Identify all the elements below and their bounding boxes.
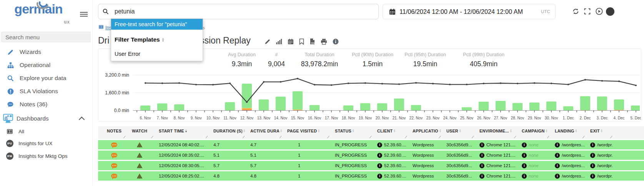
sidebar-item-notes-36[interactable]: Notes (36) — [0, 98, 92, 111]
info-circle-icon[interactable]: i — [555, 142, 560, 147]
column-header-landing[interactable]: LANDING▴▾∕∕ — [549, 126, 585, 139]
sidebar-item-wizards[interactable]: Wizards — [0, 45, 92, 59]
sort-arrows-icon[interactable]: ▴▾ — [459, 129, 461, 132]
edit-pencil-icon[interactable] — [265, 39, 271, 45]
session-row[interactable]: 12/05/2024 08:30:05....5.75.71IN_PROGRES… — [98, 161, 644, 170]
column-resize-handle[interactable]: ∕∕ — [439, 135, 440, 139]
info-circle-icon[interactable]: i — [590, 142, 595, 147]
hamburger-menu-icon[interactable] — [80, 11, 88, 17]
column-header-notes[interactable]: NOTES∕∕ — [103, 126, 126, 139]
session-row[interactable]: 12/05/2024 08:35:02....5.15.11IN_PROGRES… — [98, 151, 644, 160]
sidebar-subitem-insights-for-ux[interactable]: IFUInsights for UX — [0, 137, 92, 150]
chart-bars-icon[interactable] — [276, 39, 282, 44]
duration-chart[interactable] — [133, 72, 640, 115]
info-circle-icon[interactable]: i — [377, 174, 382, 179]
column-header-page-visited[interactable]: PAGE VISITED▴▾∕∕ — [282, 126, 329, 139]
info-circle-icon[interactable]: i — [479, 163, 484, 168]
export-csv-icon[interactable]: CSV — [310, 38, 315, 45]
print-icon[interactable] — [321, 39, 327, 45]
sidebar-item-dashboards[interactable]: Dashboards — [0, 111, 92, 126]
session-row[interactable]: 12/05/2024 08:25:02....4.84.81IN_PROGRES… — [98, 171, 644, 181]
column-header-duration-s[interactable]: DURATION (S)▴▾∕∕ — [208, 126, 245, 139]
column-resize-handle[interactable]: ∕∕ — [243, 135, 244, 139]
fullscreen-icon[interactable] — [584, 8, 591, 15]
column-header-watch[interactable]: WATCH∕∕ — [126, 126, 153, 139]
column-resize-handle[interactable]: ∕∕ — [611, 135, 611, 139]
filter-template-user-error[interactable]: User Error — [111, 46, 203, 61]
info-circle-icon[interactable]: i — [522, 174, 527, 179]
info-circle-icon[interactable]: i — [590, 163, 595, 168]
column-resize-handle[interactable]: ∕∕ — [583, 135, 584, 139]
info-circle-icon[interactable]: i — [555, 174, 560, 179]
profile-icon[interactable] — [606, 7, 614, 16]
info-circle-icon[interactable]: i — [590, 174, 595, 179]
free-text-search-option[interactable]: Free-text search for "petunia" — [111, 19, 203, 30]
sidebar-item-operational[interactable]: Operational — [0, 59, 92, 72]
notes-comment-icon[interactable] — [111, 163, 117, 168]
refresh-icon[interactable] — [572, 8, 579, 15]
notes-comment-icon[interactable] — [111, 153, 117, 158]
column-header-campaign[interactable]: CAMPAIGN▴▾∕∕ — [516, 126, 549, 139]
info-circle-icon[interactable]: i — [377, 153, 382, 158]
sort-arrows-icon[interactable]: ▴▾ — [546, 129, 547, 132]
bookmark-icon[interactable] — [299, 39, 304, 45]
sort-arrows-icon[interactable]: ▴▾ — [510, 129, 512, 132]
sort-arrows-icon[interactable]: ▴▾ — [353, 129, 354, 132]
column-resize-handle[interactable]: ∕∕ — [473, 135, 473, 139]
notes-comment-icon[interactable] — [111, 174, 117, 178]
column-resize-handle[interactable]: ∕∕ — [152, 135, 152, 139]
calendar-grid-icon[interactable] — [288, 39, 294, 45]
info-circle-icon[interactable]: i — [555, 163, 560, 168]
sidebar-search-input[interactable] — [1, 32, 91, 42]
info-circle-icon[interactable]: i — [377, 163, 382, 168]
info-circle-icon[interactable]: i — [479, 153, 484, 158]
column-resize-handle[interactable]: ∕∕ — [515, 135, 515, 139]
info-circle-icon[interactable]: i — [377, 142, 382, 147]
column-resize-handle[interactable]: ∕∕ — [280, 135, 281, 139]
column-header-active-durati[interactable]: ACTIVE DURATI...▴▾∕∕ — [245, 126, 282, 139]
column-resize-handle[interactable]: ∕∕ — [124, 135, 125, 139]
session-row[interactable]: 12/05/2024 08:40:02....4.74.71IN_PROGRES… — [98, 140, 644, 149]
watch-warning-icon[interactable] — [137, 142, 143, 147]
chevron-up-icon[interactable] — [79, 117, 85, 123]
column-header-start-time[interactable]: START TIME▴▾∕∕ — [153, 126, 208, 139]
column-header-client[interactable]: CLIENT▴▾∕∕ — [372, 126, 407, 139]
global-search-input[interactable] — [98, 4, 379, 19]
column-resize-handle[interactable]: ∕∕ — [406, 135, 406, 139]
date-range-picker[interactable]: 11/06/2024 12:00 AM - 12/06/2024 12:00 A… — [383, 4, 556, 19]
sidebar-subitem-all[interactable]: All — [0, 126, 92, 137]
play-icon[interactable] — [596, 8, 603, 15]
column-header-status[interactable]: STATUS▴▾∕∕ — [329, 126, 372, 139]
column-resize-handle[interactable]: ∕∕ — [370, 135, 371, 139]
sidebar-item-explore-your-data[interactable]: Explore your data — [0, 72, 92, 85]
info-circle-icon[interactable]: i — [522, 142, 527, 147]
x-tick-label: 18. Nov — [340, 116, 356, 120]
sidebar-item-sla-violations[interactable]: SLA Violations — [0, 85, 92, 98]
sidebar-subitem-insights-for-mktg-ops[interactable]: IFMInsights for Mktg Ops — [0, 150, 92, 163]
sort-arrows-icon[interactable]: ▴▾ — [601, 129, 602, 132]
info-circle-icon[interactable]: i — [522, 163, 527, 168]
watch-warning-icon[interactable] — [137, 163, 143, 168]
info-circle-icon[interactable]: i — [555, 153, 560, 158]
sort-arrows-icon[interactable]: ▴▾ — [394, 129, 395, 132]
info-circle-icon[interactable]: i — [479, 142, 484, 147]
sort-arrows-icon[interactable]: ▴▾ — [576, 129, 577, 132]
column-resize-handle[interactable]: ∕∕ — [548, 135, 548, 139]
column-resize-handle[interactable]: ∕∕ — [328, 135, 328, 139]
column-header-environme[interactable]: ENVIRONME...▴▾∕∕ — [474, 126, 516, 139]
watch-warning-icon[interactable] — [137, 153, 143, 158]
column-header-exit[interactable]: EXIT▴▾∕∕ — [585, 126, 612, 139]
notes-comment-icon[interactable] — [111, 142, 117, 147]
column-header-application[interactable]: APPLICATION▴▾∕∕ — [407, 126, 441, 139]
info-circle-icon[interactable]: i — [522, 153, 527, 158]
info-icon[interactable] — [333, 39, 339, 45]
watch-warning-icon[interactable] — [137, 174, 143, 179]
info-circle-icon[interactable]: i — [590, 153, 595, 158]
sort-arrows-icon[interactable]: ▴▾ — [185, 129, 187, 132]
germain-logo: germain ux — [0, 2, 77, 15]
column-resize-handle[interactable]: ∕∕ — [206, 135, 207, 139]
sort-arrows-icon[interactable]: ▴▾ — [318, 129, 320, 132]
filter-templates-group[interactable]: Filter Templates ▴▾ — [111, 30, 203, 46]
info-circle-icon[interactable]: i — [479, 174, 484, 179]
column-header-user[interactable]: USER▴▾∕∕ — [441, 126, 474, 139]
